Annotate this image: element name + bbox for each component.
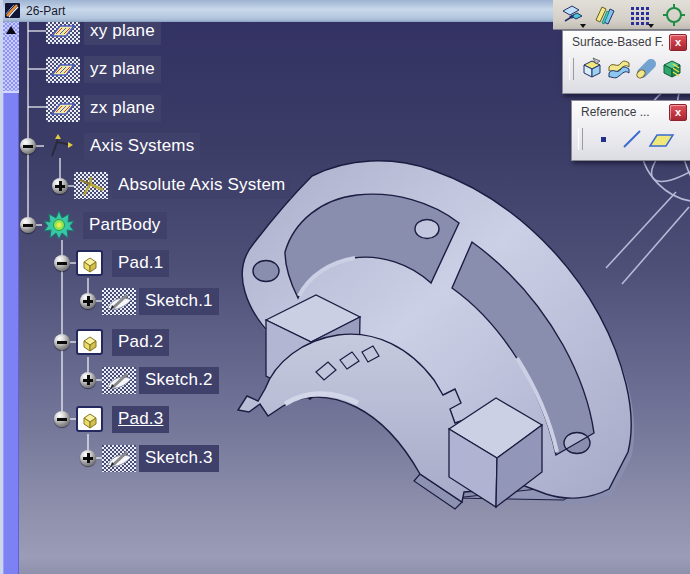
reference-elements-toolbar[interactable]: Reference ... x [571, 100, 690, 161]
tree-item-pad1[interactable]: Pad.1 [112, 250, 169, 277]
translation-icon[interactable] [557, 2, 587, 28]
pad-icon[interactable] [76, 329, 104, 356]
tree-item-axis-systems[interactable]: Axis Systems [84, 133, 200, 160]
dropdown-arrow-icon[interactable] [648, 24, 654, 28]
expander-pad3[interactable] [54, 411, 70, 427]
toolbar-grip[interactable] [578, 128, 583, 150]
tree-item-xy-plane[interactable]: xy plane [84, 18, 161, 45]
partbody-gear-icon[interactable] [42, 210, 76, 240]
tree-item-pad3-inwork[interactable]: Pad.3 [112, 406, 169, 433]
catia-part-document-icon [5, 3, 20, 18]
tree-scrollbar[interactable] [3, 21, 19, 574]
expander-absolute-axis[interactable] [52, 178, 68, 194]
scaling-icon[interactable] [659, 2, 689, 28]
tree-item-yz-plane[interactable]: yz plane [84, 56, 161, 83]
split-icon[interactable] [579, 55, 606, 83]
transformation-toolbar [553, 0, 690, 30]
sketch-icon[interactable] [102, 288, 136, 315]
tree-item-zx-plane[interactable]: zx plane [84, 95, 161, 122]
expander-axis-systems[interactable] [20, 138, 36, 154]
toolbar-grip[interactable] [569, 58, 574, 80]
pad-icon[interactable] [76, 250, 104, 277]
sew-surface-icon[interactable] [660, 55, 687, 83]
rectangular-pattern-icon[interactable] [625, 2, 655, 28]
plane-icon[interactable] [646, 125, 675, 153]
dropdown-arrow-icon[interactable] [580, 24, 586, 28]
tree-item-absolute-axis-system[interactable]: Absolute Axis System [112, 172, 291, 199]
tree-item-sketch2[interactable]: Sketch.2 [139, 367, 219, 394]
expander-sketch2[interactable] [80, 372, 96, 388]
scrollbar-thumb[interactable] [3, 38, 19, 93]
mirror-icon[interactable] [591, 2, 621, 28]
toolbar-title: Surface-Based F... [572, 35, 663, 49]
plane-icon[interactable] [46, 57, 80, 83]
sketch-icon[interactable] [102, 445, 136, 472]
absolute-axis-icon[interactable] [74, 172, 108, 199]
expander-pad1[interactable] [54, 255, 70, 271]
window-title: 26-Part [26, 4, 65, 18]
toolbar-title: Reference ... [581, 105, 650, 119]
catia-window: xy plane yz plane zx plane Axis Systems … [0, 0, 690, 574]
up-arrow-icon [6, 26, 16, 34]
expander-sketch1[interactable] [80, 293, 96, 309]
sketch-icon[interactable] [102, 367, 136, 394]
close-button[interactable]: x [669, 34, 687, 51]
tree-item-partbody[interactable]: PartBody [83, 212, 167, 239]
tree-item-pad2[interactable]: Pad.2 [112, 329, 169, 356]
expander-sketch3[interactable] [80, 450, 96, 466]
scroll-up-button[interactable] [3, 21, 19, 39]
surface-based-features-toolbar[interactable]: Surface-Based F... x [562, 30, 690, 94]
pad-icon[interactable] [76, 406, 104, 433]
close-button[interactable]: x [669, 104, 687, 121]
expander-partbody[interactable] [20, 217, 36, 233]
point-icon[interactable] [588, 125, 617, 153]
line-icon[interactable] [617, 125, 646, 153]
expander-pad2[interactable] [54, 334, 70, 350]
window-edge [0, 0, 3, 574]
close-surface-icon[interactable] [633, 55, 660, 83]
tree-item-sketch1[interactable]: Sketch.1 [139, 288, 219, 315]
plane-icon[interactable] [46, 96, 80, 122]
axis-systems-icon[interactable] [44, 132, 76, 160]
thick-surface-icon[interactable] [606, 55, 633, 83]
tree-item-sketch3[interactable]: Sketch.3 [139, 445, 219, 472]
